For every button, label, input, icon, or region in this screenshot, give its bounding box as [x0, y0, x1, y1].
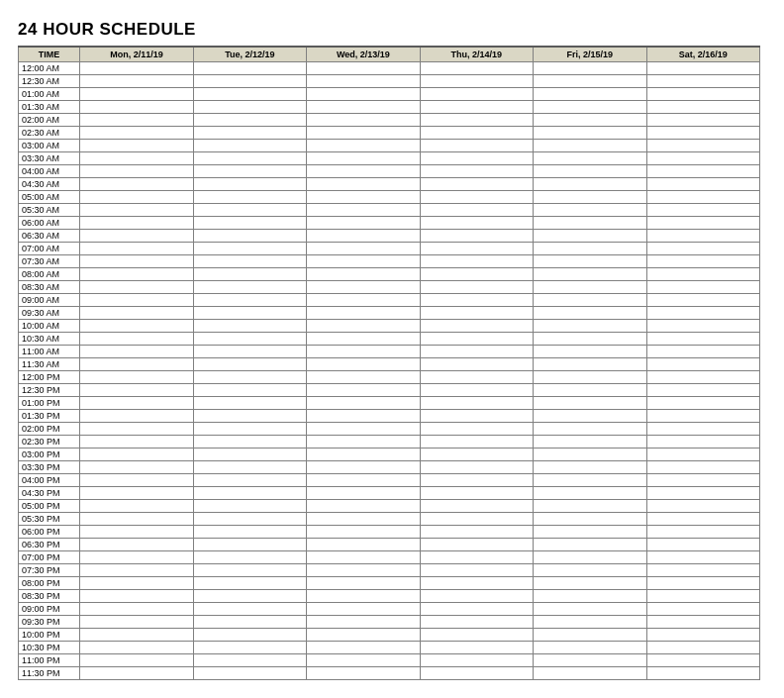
slot-cell[interactable] [307, 461, 420, 474]
slot-cell[interactable] [193, 397, 306, 410]
slot-cell[interactable] [307, 127, 420, 140]
slot-cell[interactable] [420, 140, 533, 152]
slot-cell[interactable] [646, 178, 760, 191]
slot-cell[interactable] [534, 500, 646, 513]
slot-cell[interactable] [534, 281, 646, 294]
slot-cell[interactable] [80, 178, 193, 191]
slot-cell[interactable] [80, 140, 193, 152]
slot-cell[interactable] [420, 629, 533, 642]
slot-cell[interactable] [420, 307, 533, 320]
slot-cell[interactable] [534, 551, 646, 564]
slot-cell[interactable] [534, 217, 646, 230]
slot-cell[interactable] [420, 346, 533, 358]
slot-cell[interactable] [420, 243, 533, 255]
slot-cell[interactable] [307, 204, 420, 217]
slot-cell[interactable] [534, 513, 646, 526]
slot-cell[interactable] [534, 526, 646, 539]
slot-cell[interactable] [307, 654, 420, 667]
slot-cell[interactable] [80, 423, 193, 436]
slot-cell[interactable] [646, 564, 760, 577]
slot-cell[interactable] [307, 140, 420, 152]
slot-cell[interactable] [646, 461, 760, 474]
slot-cell[interactable] [307, 500, 420, 513]
slot-cell[interactable] [646, 281, 760, 294]
slot-cell[interactable] [193, 268, 306, 281]
slot-cell[interactable] [80, 603, 193, 616]
slot-cell[interactable] [307, 616, 420, 629]
slot-cell[interactable] [534, 178, 646, 191]
slot-cell[interactable] [646, 449, 760, 461]
slot-cell[interactable] [646, 62, 760, 75]
slot-cell[interactable] [534, 423, 646, 436]
slot-cell[interactable] [80, 281, 193, 294]
slot-cell[interactable] [193, 307, 306, 320]
slot-cell[interactable] [193, 551, 306, 564]
slot-cell[interactable] [307, 577, 420, 590]
slot-cell[interactable] [193, 152, 306, 165]
slot-cell[interactable] [646, 165, 760, 178]
slot-cell[interactable] [80, 667, 193, 680]
slot-cell[interactable] [193, 577, 306, 590]
slot-cell[interactable] [307, 590, 420, 603]
slot-cell[interactable] [307, 243, 420, 255]
slot-cell[interactable] [307, 230, 420, 243]
slot-cell[interactable] [193, 384, 306, 397]
slot-cell[interactable] [420, 410, 533, 423]
slot-cell[interactable] [646, 217, 760, 230]
slot-cell[interactable] [193, 178, 306, 191]
slot-cell[interactable] [534, 255, 646, 268]
slot-cell[interactable] [646, 436, 760, 449]
slot-cell[interactable] [534, 397, 646, 410]
slot-cell[interactable] [193, 500, 306, 513]
slot-cell[interactable] [80, 577, 193, 590]
slot-cell[interactable] [80, 564, 193, 577]
slot-cell[interactable] [534, 268, 646, 281]
slot-cell[interactable] [307, 333, 420, 346]
slot-cell[interactable] [534, 191, 646, 204]
slot-cell[interactable] [307, 551, 420, 564]
slot-cell[interactable] [534, 564, 646, 577]
slot-cell[interactable] [534, 410, 646, 423]
slot-cell[interactable] [534, 629, 646, 642]
slot-cell[interactable] [534, 294, 646, 307]
slot-cell[interactable] [193, 191, 306, 204]
slot-cell[interactable] [193, 243, 306, 255]
slot-cell[interactable] [420, 590, 533, 603]
slot-cell[interactable] [646, 294, 760, 307]
slot-cell[interactable] [80, 513, 193, 526]
slot-cell[interactable] [646, 642, 760, 654]
slot-cell[interactable] [534, 346, 646, 358]
slot-cell[interactable] [646, 101, 760, 114]
slot-cell[interactable] [193, 526, 306, 539]
slot-cell[interactable] [646, 243, 760, 255]
slot-cell[interactable] [80, 590, 193, 603]
slot-cell[interactable] [646, 577, 760, 590]
slot-cell[interactable] [420, 320, 533, 333]
slot-cell[interactable] [193, 539, 306, 551]
slot-cell[interactable] [80, 500, 193, 513]
slot-cell[interactable] [646, 551, 760, 564]
slot-cell[interactable] [646, 603, 760, 616]
slot-cell[interactable] [80, 487, 193, 500]
slot-cell[interactable] [193, 423, 306, 436]
slot-cell[interactable] [534, 590, 646, 603]
slot-cell[interactable] [307, 281, 420, 294]
slot-cell[interactable] [420, 358, 533, 371]
slot-cell[interactable] [307, 320, 420, 333]
slot-cell[interactable] [646, 75, 760, 88]
slot-cell[interactable] [307, 642, 420, 654]
slot-cell[interactable] [80, 371, 193, 384]
slot-cell[interactable] [534, 487, 646, 500]
slot-cell[interactable] [80, 88, 193, 101]
slot-cell[interactable] [646, 539, 760, 551]
slot-cell[interactable] [420, 75, 533, 88]
slot-cell[interactable] [193, 564, 306, 577]
slot-cell[interactable] [193, 487, 306, 500]
slot-cell[interactable] [307, 114, 420, 127]
slot-cell[interactable] [307, 217, 420, 230]
slot-cell[interactable] [420, 230, 533, 243]
slot-cell[interactable] [420, 577, 533, 590]
slot-cell[interactable] [420, 551, 533, 564]
slot-cell[interactable] [193, 410, 306, 423]
slot-cell[interactable] [420, 114, 533, 127]
